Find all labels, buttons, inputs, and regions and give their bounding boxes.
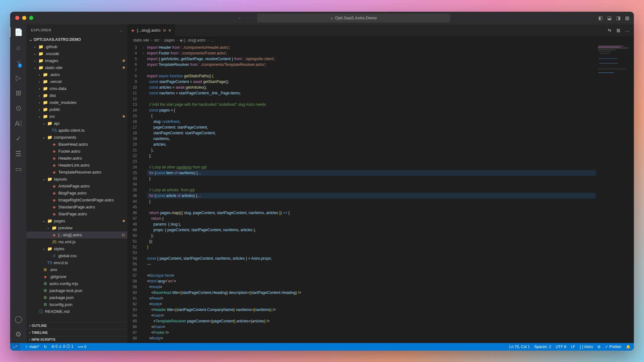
tree-item[interactable]: ⌄📁components [27,134,127,141]
file-tree[interactable]: ›📁.github›📁.vscode›📁images⌄📁static-site›… [27,43,127,322]
code-content[interactable]: import Header from '../components/Header… [147,44,596,343]
fold-gutter[interactable]: ›› [143,44,147,343]
tree-item[interactable]: ⌄📁src [27,113,127,120]
tree-item[interactable]: ◈BaseHead.astro [27,141,127,148]
tree-item[interactable]: ⌄📁api [27,120,127,127]
tree-item[interactable]: ⌄📁pages [27,218,127,225]
tab-slug-astro[interactable]: ◈ [...slug].astro M × [127,24,175,36]
activity-debug[interactable]: ▷ [16,74,21,82]
activity-check-icon[interactable]: ✓ [16,135,21,143]
layout-sidebar-left-icon[interactable]: ◧ [598,15,603,21]
activity-account[interactable]: ◯ [15,315,23,323]
nav-forward-icon[interactable]: → [248,16,252,20]
minimize-window[interactable] [22,16,26,20]
vscode-window: ← → ⌕ Opti.SaaS.Astro.Demo ◧ ⬓ ◨ ▦ 📄 ⌕ ⑂… [10,12,634,351]
section-outline[interactable]: ›OUTLINE [27,322,127,329]
tree-item[interactable]: ›📁.vercel [27,78,127,85]
minimap[interactable] [596,44,634,343]
branch-icon: ⑂ [25,345,28,349]
activity-explorer[interactable]: 📄 [14,28,23,36]
layout-custom-icon[interactable]: ▦ [625,15,629,21]
tree-item[interactable]: ⚙astro.config.mjs [27,280,127,287]
tree-item[interactable]: ◈BlogPage.astro [27,190,127,197]
crumb[interactable]: … [210,38,214,42]
tab-close-icon[interactable]: × [169,28,171,33]
tree-item[interactable]: ◈ArticlePage.astro [27,183,127,190]
status-eol[interactable]: LF [571,345,575,349]
tree-item[interactable]: ◈StandardPage.astro [27,204,127,211]
activity-window-icon[interactable]: ▭ [15,165,22,173]
tree-item[interactable]: ⌄📁layouts [27,176,127,183]
sidebar-more-icon[interactable]: … [119,28,123,32]
command-center[interactable]: ⌕ Opti.SaaS.Astro.Demo [257,14,450,22]
activity-ai-icon[interactable]: A⃝ [15,119,22,128]
crumb[interactable]: static-site [133,38,149,42]
tree-item[interactable]: JSrss.xml.js [27,238,127,245]
nav-back-icon[interactable]: ← [238,16,242,20]
tree-item[interactable]: ›📁dist [27,92,127,99]
status-ports[interactable]: ⟹ 0 [78,345,86,349]
close-window[interactable] [15,16,19,20]
layout-sidebar-right-icon[interactable]: ◨ [616,15,621,21]
tree-item[interactable]: ⌄📁styles [27,245,127,252]
status-lang[interactable]: { } Astro [580,345,593,349]
tree-item[interactable]: ›📁preview [27,225,127,232]
tree-item[interactable]: ◈TemplateResolver.astro [27,169,127,176]
tree-item[interactable]: ◈Footer.astro [27,148,127,155]
activity-scm[interactable]: ⑂3 [16,59,21,67]
project-header[interactable]: ⌄ OPTI.SAAS.ASTRO.DEMO [27,36,127,43]
tree-item[interactable]: ◈StartPage.astro [27,211,127,218]
tree-item[interactable]: TSenv.d.ts [27,259,127,266]
tree-item[interactable]: ⌄📁static-site [27,64,127,71]
split-icon[interactable]: ▥ [616,28,620,33]
activity-search[interactable]: ⌕ [16,43,21,52]
tree-item[interactable]: ›📁public [27,106,127,113]
tree-item[interactable]: ⚙.env [27,266,127,273]
status-spaces[interactable]: Spaces: 2 [534,345,551,349]
status-sync[interactable]: ↻ [44,345,47,349]
activity-settings[interactable]: ⚙ [15,330,22,339]
tree-item[interactable]: ›📁.github [27,43,127,50]
status-problems[interactable]: ⊘ 0 ⚠ 0 ⓘ 1 [51,344,74,349]
tree-item[interactable]: ›📁.vscode [27,50,127,57]
status-cursor[interactable]: Ln 70, Col 1 [509,345,530,349]
tree-item[interactable]: ◈[...slug].astroM [27,232,127,238]
tree-item[interactable]: ◈HeaderLink.astro [27,162,127,169]
tree-item[interactable]: ›📁node_modules [27,99,127,106]
activity-other-icon[interactable]: ☰ [15,150,22,158]
tree-item[interactable]: #global.css [27,252,127,259]
tree-item[interactable]: ⚙package.json [27,294,127,301]
tree-item[interactable]: ◈Header.astro [27,155,127,162]
editor-area: ◈ [...slug].astro M × ⇆ ▥ … static-site›… [127,24,634,343]
tree-item[interactable]: ◈.gitignore [27,273,127,280]
status-prettier[interactable]: ✓ Prettier [605,345,621,349]
tree-item[interactable]: TSapollo-client.ts [27,127,127,134]
tree-item[interactable]: ⚙package-lock.json [27,287,127,294]
section-npm-scripts[interactable]: ›NPM SCRIPTS [27,336,127,343]
status-branch[interactable]: ⑂main* [25,345,39,349]
tree-item[interactable]: ◈ImageRightContentPage.astro [27,197,127,204]
crumb[interactable]: ◈ [...slug].astro [180,38,205,42]
tree-item[interactable]: ⓘREADME.md [27,308,127,315]
maximize-window[interactable] [29,16,33,20]
status-bell[interactable]: ⊘ [597,345,601,349]
compare-icon[interactable]: ⇆ [608,28,611,33]
section-timeline[interactable]: ›TIMELINE [27,329,127,336]
status-notifications[interactable]: 🔔 [626,345,631,349]
breadcrumbs[interactable]: static-site›src›pages›◈ [...slug].astro›… [127,36,634,44]
tree-item[interactable]: ›📁.astro [27,71,127,78]
activity-extensions[interactable]: ⊞ [16,89,21,97]
tab-label: [...slug].astro [137,28,160,33]
crumb[interactable]: src [154,38,159,42]
layout-panel-icon[interactable]: ⬓ [607,15,612,21]
code-editor[interactable]: 3456789101112131415161718192021222324253… [127,44,634,343]
tree-item[interactable]: ⚙tsconfig.json [27,301,127,308]
more-icon[interactable]: … [625,28,629,33]
tree-item[interactable]: ›📁images [27,57,127,64]
crumb[interactable]: pages [164,38,175,42]
line-gutter: 3456789101112131415161718192021222324253… [127,44,143,343]
activity-robot-icon[interactable]: ⊙ [16,104,21,112]
status-encoding[interactable]: UTF-8 [556,345,566,349]
remote-indicator[interactable]: ⌵⌃ [10,343,20,351]
tree-item[interactable]: ›📁cms-data [27,85,127,92]
